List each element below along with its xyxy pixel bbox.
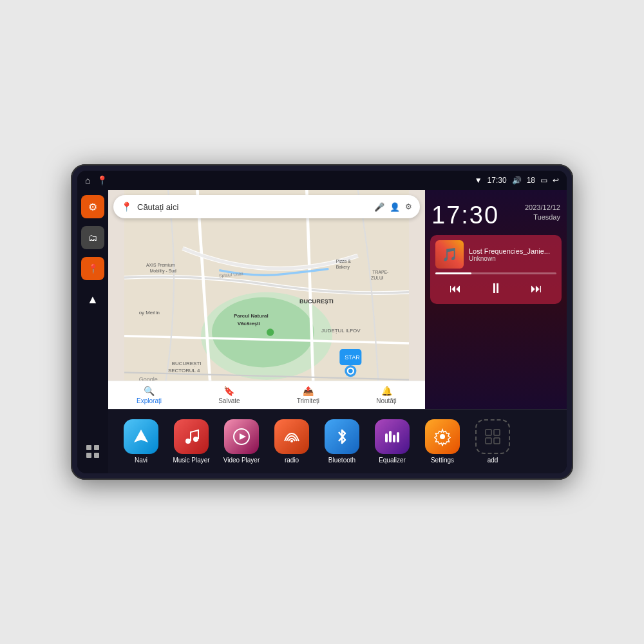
- svg-text:ZULUI: ZULUI: [371, 276, 384, 280]
- clock-widget: 17:30 2023/12/12 Tuesday: [430, 200, 562, 230]
- pause-button[interactable]: ⏸: [486, 278, 506, 299]
- app-music-player[interactable]: Music Player: [169, 419, 214, 464]
- content-area: 📍 Căutați aici 🎤 👤 ⚙: [108, 190, 567, 473]
- status-bar: ⌂ 📍 ▼ 17:30 🔊 18 ▭ ↩: [77, 171, 567, 190]
- nav-arrow-icon: ▲: [87, 293, 99, 307]
- svg-text:Pizza &: Pizza &: [336, 259, 352, 263]
- music-info: Lost Frequencies_Janie... Unknown: [469, 247, 556, 262]
- svg-rect-3: [94, 453, 99, 458]
- send-label: Trimiteți: [297, 397, 319, 404]
- svg-rect-41: [494, 430, 500, 435]
- explore-label: Explorați: [137, 397, 162, 404]
- music-widget: 🎵 Lost Frequencies_Janie... Unknown: [430, 235, 562, 304]
- app-equalizer[interactable]: Equalizer: [370, 419, 415, 464]
- progress-bar[interactable]: [435, 272, 556, 274]
- svg-rect-37: [393, 435, 395, 442]
- battery-icon: ▭: [540, 176, 547, 185]
- app-navi[interactable]: Navi: [118, 419, 164, 464]
- music-controls: ⏮ ⏸ ⏭: [435, 278, 556, 299]
- app-settings[interactable]: Settings: [420, 419, 465, 464]
- clock-time: 17:30: [431, 203, 499, 227]
- mic-icon[interactable]: 🎤: [374, 202, 384, 212]
- music-top: 🎵 Lost Frequencies_Janie... Unknown: [435, 240, 556, 269]
- app-bluetooth[interactable]: Bluetooth: [319, 419, 365, 464]
- equalizer-label: Equalizer: [379, 457, 406, 464]
- gear-icon: ⚙: [88, 201, 97, 213]
- sidebar-nav-btn[interactable]: ▲: [81, 288, 104, 311]
- app-video-player[interactable]: Video Player: [219, 419, 264, 464]
- account-icon[interactable]: 👤: [390, 202, 400, 212]
- radio-icon: [274, 419, 309, 454]
- music-title: Lost Frequencies_Janie...: [469, 247, 556, 255]
- settings-icon[interactable]: ⚙: [405, 202, 412, 211]
- equalizer-icon: [375, 419, 410, 454]
- clock-date: 2023/12/12 Tuesday: [525, 203, 560, 223]
- navi-arrow-icon: [131, 427, 151, 446]
- add-label: add: [488, 457, 498, 464]
- settings-gear-icon: [433, 427, 452, 446]
- album-art-inner: 🎵: [435, 240, 464, 269]
- svg-marker-33: [240, 433, 246, 440]
- map-area[interactable]: 📍 Căutați aici 🎤 👤 ⚙: [108, 190, 425, 409]
- video-player-label: Video Player: [223, 457, 260, 464]
- map-container: 📍 Căutați aici 🎤 👤 ⚙: [108, 190, 425, 409]
- map-svg: Parcul Natural Văcărești BUCUREȘTI BUCUR…: [108, 190, 425, 409]
- video-player-icon: [224, 419, 259, 454]
- device-screen: ⌂ 📍 ▼ 17:30 🔊 18 ▭ ↩ ⚙ 🗂: [77, 171, 567, 473]
- svg-rect-42: [486, 438, 491, 444]
- svg-text:STAR: STAR: [345, 354, 360, 361]
- radio-wave-icon: [282, 427, 301, 446]
- map-explore-tab[interactable]: 🔍 Explorați: [137, 386, 162, 404]
- files-icon: 🗂: [88, 232, 97, 243]
- svg-point-6: [212, 298, 314, 368]
- back-icon[interactable]: ↩: [553, 176, 559, 185]
- svg-text:Mobility - Sud: Mobility - Sud: [150, 269, 176, 274]
- map-news-tab[interactable]: 🔔 Noutăți: [376, 386, 397, 404]
- svg-point-7: [267, 328, 274, 336]
- news-label: Noutăți: [376, 397, 397, 404]
- volume-icon: 🔊: [512, 176, 522, 185]
- sidebar-files-btn[interactable]: 🗂: [81, 226, 104, 249]
- svg-text:SECTORUL 4: SECTORUL 4: [168, 368, 200, 374]
- app-radio[interactable]: radio: [269, 419, 314, 464]
- home-icon[interactable]: ⌂: [85, 175, 90, 185]
- bluetooth-label: Bluetooth: [328, 457, 355, 464]
- plus-grid-icon: [483, 427, 502, 446]
- radio-label: radio: [285, 457, 299, 464]
- bluetooth-symbol-icon: [332, 427, 352, 446]
- sidebar: ⚙ 🗂 📍 ▲: [77, 190, 108, 473]
- map-send-tab[interactable]: 📤 Trimiteți: [297, 386, 319, 404]
- top-content: 📍 Căutați aici 🎤 👤 ⚙: [108, 190, 567, 409]
- map-icon[interactable]: 📍: [97, 175, 108, 185]
- settings-icon: [425, 419, 460, 454]
- prev-button[interactable]: ⏮: [445, 278, 466, 299]
- svg-rect-35: [385, 433, 388, 442]
- map-bottom-bar: 🔍 Explorați 🔖 Salvate 📤: [108, 381, 425, 409]
- svg-rect-40: [486, 430, 491, 435]
- sidebar-apps-btn[interactable]: [81, 440, 104, 463]
- svg-text:BUCUREȘTI: BUCUREȘTI: [172, 361, 202, 366]
- google-maps-pin-icon: 📍: [121, 202, 132, 212]
- sidebar-settings-btn[interactable]: ⚙: [81, 195, 104, 218]
- svg-text:BUCUREȘTI: BUCUREȘTI: [299, 298, 334, 305]
- map-search-bar[interactable]: 📍 Căutați aici 🎤 👤 ⚙: [113, 195, 420, 218]
- svg-text:AXIS Premium: AXIS Premium: [146, 263, 175, 267]
- settings-label: Settings: [431, 457, 454, 464]
- map-saved-tab[interactable]: 🔖 Salvate: [218, 386, 240, 404]
- wifi-icon: ▼: [475, 176, 482, 185]
- svg-text:Bakery: Bakery: [336, 265, 350, 270]
- svg-rect-43: [494, 438, 500, 444]
- next-button[interactable]: ⏭: [526, 278, 547, 299]
- svg-rect-2: [86, 453, 91, 458]
- music-player-label: Music Player: [173, 457, 209, 464]
- sidebar-location-btn[interactable]: 📍: [81, 257, 104, 280]
- music-artist: Unknown: [469, 255, 556, 262]
- music-player-icon: [174, 419, 209, 454]
- equalizer-bars-icon: [383, 427, 402, 446]
- album-art: 🎵: [435, 240, 464, 269]
- app-add[interactable]: add: [470, 419, 515, 464]
- main-area: ⚙ 🗂 📍 ▲: [77, 190, 567, 473]
- svg-point-39: [440, 434, 445, 439]
- music-note-icon: [182, 427, 201, 446]
- svg-rect-36: [389, 431, 392, 442]
